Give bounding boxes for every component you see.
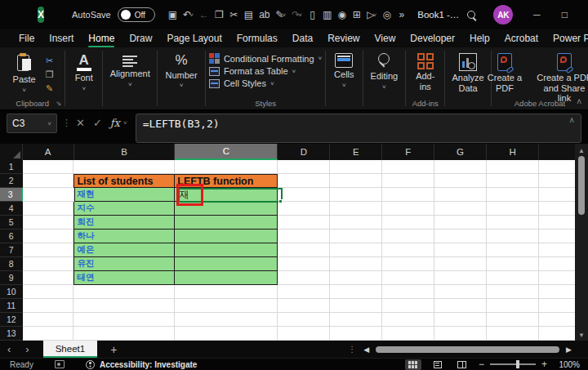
cell-A2[interactable] xyxy=(23,174,74,188)
new-file-icon[interactable]: ▯ xyxy=(306,6,318,24)
ribbon-tab-help[interactable]: Help xyxy=(462,30,497,47)
cell-E7[interactable] xyxy=(330,243,382,257)
cell-H7[interactable] xyxy=(487,243,539,257)
ribbon-tab-power-pivot[interactable]: Power Pivot xyxy=(546,30,588,47)
create-pdf-button[interactable]: Create a PDF xyxy=(482,51,528,106)
paste-button[interactable]: Paste ˅ xyxy=(8,51,41,96)
translate-icon[interactable]: ab xyxy=(257,6,271,24)
cell-D4[interactable] xyxy=(278,202,330,216)
cell-B6[interactable]: 하나 xyxy=(74,230,175,243)
format-painter-button[interactable]: ✎ xyxy=(42,82,57,94)
row-header-4[interactable]: 4 xyxy=(0,202,23,216)
cell-C1[interactable] xyxy=(175,160,278,174)
cell-A1[interactable] xyxy=(23,160,74,174)
cell-F11[interactable] xyxy=(382,299,434,313)
cell-C10[interactable] xyxy=(175,285,278,299)
people-search-icon[interactable]: ◎ xyxy=(381,6,393,24)
cell-F6[interactable] xyxy=(382,230,434,243)
cell-G2[interactable] xyxy=(434,174,487,188)
insert-function-button[interactable]: ƒx xyxy=(110,117,120,129)
column-header-C[interactable]: C xyxy=(175,144,278,160)
cell-C13[interactable] xyxy=(175,327,278,341)
format-as-table-button[interactable]: Format as Table ˅ xyxy=(209,66,322,76)
cell-F3[interactable] xyxy=(382,188,434,202)
scroll-up-icon[interactable]: ▲ xyxy=(578,144,585,156)
zoom-level[interactable]: 100% xyxy=(555,360,580,369)
zoom-in-button[interactable]: + xyxy=(541,359,547,370)
copy-button[interactable]: ❐ xyxy=(42,69,57,80)
ribbon-tab-page-layout[interactable]: Page Layout xyxy=(159,30,229,47)
cell-G6[interactable] xyxy=(434,230,487,243)
ribbon-tab-developer[interactable]: Developer xyxy=(403,30,462,47)
cell-F12[interactable] xyxy=(382,313,434,327)
accessibility-status[interactable]: Accessibility: Investigate xyxy=(86,360,198,369)
cell-H1[interactable] xyxy=(487,160,539,174)
cell-E11[interactable] xyxy=(330,299,382,313)
cell-H3[interactable] xyxy=(487,188,539,202)
formula-input[interactable]: =LEFTB(B3,2) ˄ xyxy=(136,114,581,143)
cell-A3[interactable] xyxy=(23,188,74,202)
cell-A8[interactable] xyxy=(23,257,74,271)
cell-D8[interactable] xyxy=(278,257,330,271)
cut-button[interactable]: ✂ xyxy=(42,55,57,66)
cell-B4[interactable]: 지수 xyxy=(74,202,175,216)
cell-A12[interactable] xyxy=(23,313,74,327)
cell-D11[interactable] xyxy=(278,299,330,313)
cell-D9[interactable] xyxy=(278,271,330,285)
cell-G3[interactable] xyxy=(434,188,487,202)
zoom-slider-thumb[interactable] xyxy=(516,360,519,368)
spreadsheet-grid[interactable]: ABCDEFGH 12List of studentsLEFTB functio… xyxy=(0,144,588,341)
draw-icon[interactable]: ✎˅ xyxy=(274,6,288,24)
cell-H9[interactable] xyxy=(487,271,539,285)
cell-B3[interactable]: 재현 xyxy=(74,188,176,202)
ribbon-tab-data[interactable]: Data xyxy=(285,30,320,47)
cell-A11[interactable] xyxy=(23,299,74,313)
row-header-1[interactable]: 1 xyxy=(0,160,23,174)
cell-E10[interactable] xyxy=(330,285,382,299)
cell-E12[interactable] xyxy=(330,313,382,327)
row-header-12[interactable]: 12 xyxy=(0,313,23,327)
cell-F5[interactable] xyxy=(382,216,434,230)
cell-H4[interactable] xyxy=(487,202,539,216)
next-sheet-icon[interactable]: › xyxy=(18,343,36,355)
cell-C4[interactable] xyxy=(175,202,278,216)
camera-icon[interactable]: ◉ xyxy=(336,6,348,24)
cell-A13[interactable] xyxy=(23,327,74,341)
cell-C5[interactable] xyxy=(175,216,278,230)
cell-G11[interactable] xyxy=(434,299,487,313)
dialog-launcher-icon[interactable]: ⇘ xyxy=(56,100,62,107)
cell-F9[interactable] xyxy=(382,271,434,285)
number-menu-button[interactable]: % Number ˅ xyxy=(161,51,203,91)
cell-E6[interactable] xyxy=(330,230,382,243)
row-header-5[interactable]: 5 xyxy=(0,216,23,230)
cell-C3[interactable]: 재 xyxy=(175,188,278,202)
cell-A5[interactable] xyxy=(23,216,74,230)
scroll-left-icon[interactable]: ◀ xyxy=(363,345,369,354)
zoom-out-button[interactable]: − xyxy=(479,359,484,370)
column-header-G[interactable]: G xyxy=(434,144,487,160)
cell-F2[interactable] xyxy=(382,174,434,188)
cell-C11[interactable] xyxy=(175,299,278,313)
redo-icon[interactable]: ↷˅ xyxy=(290,6,304,24)
cell-B5[interactable]: 희진 xyxy=(74,216,175,230)
cells-menu-button[interactable]: Cells ˅ xyxy=(329,51,359,91)
cell-E5[interactable] xyxy=(330,216,382,230)
cell-C12[interactable] xyxy=(175,313,278,327)
cell-A10[interactable] xyxy=(23,285,74,299)
cell-styles-button[interactable]: Cell Styles ˅ xyxy=(209,78,322,88)
ribbon-tab-draw[interactable]: Draw xyxy=(122,30,159,47)
cell-B13[interactable] xyxy=(74,327,175,341)
add-sheet-button[interactable]: + xyxy=(97,343,130,356)
row-header-10[interactable]: 10 xyxy=(0,285,23,299)
cell-G8[interactable] xyxy=(434,257,487,271)
cell-E13[interactable] xyxy=(330,327,382,341)
row-header-8[interactable]: 8 xyxy=(0,257,23,271)
cell-E4[interactable] xyxy=(330,202,382,216)
select-all-corner[interactable] xyxy=(0,144,23,160)
cell-A4[interactable] xyxy=(23,202,74,216)
cell-B1[interactable] xyxy=(74,160,175,174)
cell-D10[interactable] xyxy=(278,285,330,299)
vertical-scroll-thumb[interactable] xyxy=(578,156,585,215)
ribbon-tab-insert[interactable]: Insert xyxy=(42,30,81,47)
vertical-scrollbar[interactable]: ▲ ▼ xyxy=(575,144,588,341)
